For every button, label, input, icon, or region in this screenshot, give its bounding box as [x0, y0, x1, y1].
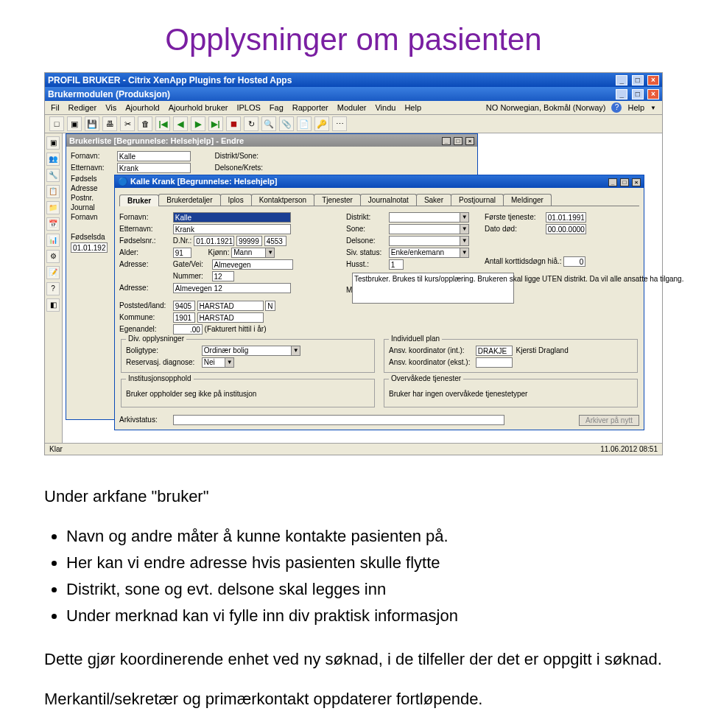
fld-husst[interactable]: 1	[389, 259, 404, 270]
fld-arkivstatus[interactable]	[173, 415, 504, 425]
tool-delete-icon[interactable]: 🗑	[138, 116, 152, 131]
tool-open-icon[interactable]: ▣	[67, 116, 82, 131]
side-tool-8[interactable]: ⚙	[46, 250, 60, 263]
fld-forste-tjeneste[interactable]: 01.01.1991	[546, 212, 586, 223]
fld-fornavn[interactable]: Kalle	[173, 212, 291, 223]
menu-fag[interactable]: Fag	[270, 103, 284, 112]
tool-new-icon[interactable]: □	[49, 116, 64, 131]
tool-first-icon[interactable]: |◀	[155, 116, 170, 131]
dd-delsone[interactable]: ▼	[389, 236, 469, 246]
menu-moduler[interactable]: Moduler	[337, 103, 367, 112]
side-tool-3[interactable]: 🔧	[46, 169, 60, 182]
fld-dato-dod[interactable]: 00.00.0000	[546, 224, 586, 234]
list-etternavn[interactable]: Krank	[117, 163, 191, 173]
fld-postland[interactable]: N	[265, 301, 275, 311]
fld-koord-int-code[interactable]: DRAKJE	[476, 346, 513, 356]
tab-kontaktperson[interactable]: Kontaktperson	[251, 194, 315, 206]
side-tool-5[interactable]: 📁	[46, 201, 60, 214]
menu-help[interactable]: Help	[404, 103, 421, 112]
dd-reservasj[interactable]: Nei▼	[202, 357, 234, 368]
menubar: Fil Rediger Vis Ajourhold Ajourhold bruk…	[45, 101, 662, 115]
app-close-button[interactable]: ×	[647, 89, 659, 99]
tool-cut-icon[interactable]: ✂	[120, 116, 135, 131]
app-maximize-button[interactable]: □	[632, 89, 644, 99]
menu-ajourhold-bruker[interactable]: Ajourhold bruker	[169, 103, 228, 112]
detail-max[interactable]: □	[620, 178, 629, 186]
tab-iplos[interactable]: Iplos	[220, 194, 252, 206]
fld-poststed[interactable]: HARSTAD	[197, 301, 264, 311]
fld-dnr1[interactable]: 99999	[236, 236, 262, 246]
menu-rediger[interactable]: Rediger	[68, 103, 97, 112]
help-label[interactable]: Help	[627, 103, 644, 112]
fld-adresse[interactable]: Almevegen 12	[173, 283, 291, 293]
detail-close[interactable]: ×	[632, 178, 641, 186]
menu-fil[interactable]: Fil	[51, 103, 60, 112]
dd-distrikt[interactable]: ▼	[389, 212, 469, 223]
fld-kommunenavn[interactable]: HARSTAD	[197, 312, 264, 323]
help-dropdown-arrow[interactable]: ▼	[650, 105, 656, 111]
tool-prev-icon[interactable]: ◀	[173, 116, 188, 131]
fld-nummer[interactable]: 12	[212, 271, 234, 281]
list-fornavn[interactable]: Kalle	[117, 151, 191, 161]
fld-egenandel[interactable]: .00	[173, 324, 203, 335]
tab-brukerdetaljer[interactable]: Brukerdetaljer	[158, 194, 220, 206]
minimize-button[interactable]: _	[616, 75, 627, 85]
tool-refresh-icon[interactable]: ↻	[244, 116, 258, 131]
close-button[interactable]: ×	[647, 75, 659, 85]
dd-boligtype[interactable]: Ordinær bolig▼	[202, 346, 300, 356]
tool-search-icon[interactable]: 🔍	[261, 116, 276, 131]
side-tool-2[interactable]: 👥	[46, 153, 60, 166]
tab-tjenester[interactable]: Tjenester	[314, 194, 361, 206]
tab-postjournal[interactable]: Postjournal	[451, 194, 504, 206]
tool-key-icon[interactable]: 🔑	[314, 116, 329, 131]
side-tool-10[interactable]: ◧	[46, 298, 60, 312]
menu-vis[interactable]: Vis	[105, 103, 116, 112]
tool-misc-icon[interactable]: ⋯	[332, 116, 347, 131]
tool-save-icon[interactable]: 💾	[85, 116, 99, 131]
dd-sivstatus[interactable]: Enke/enkemann▼	[389, 248, 469, 258]
side-tool-6[interactable]: 📅	[46, 217, 60, 231]
brukerliste-min[interactable]: _	[442, 137, 451, 145]
side-tool-9[interactable]: 📝	[46, 266, 60, 279]
fld-fodselsnr[interactable]: 01.01.1921	[194, 236, 234, 246]
tool-attach-icon[interactable]: 📎	[279, 116, 294, 131]
fld-alder[interactable]: 91	[173, 248, 191, 258]
app-minimize-button[interactable]: _	[616, 89, 627, 99]
fld-etternavn[interactable]: Krank	[173, 224, 291, 234]
side-tool-4[interactable]: 📋	[46, 185, 60, 198]
fld-merknad[interactable]: Testbruker. Brukes til kurs/opplæring. B…	[352, 273, 514, 304]
side-tool-help[interactable]: ?	[46, 282, 60, 295]
help-icon[interactable]: ?	[611, 102, 622, 113]
legend-overv: Overvåkede tjenester	[389, 374, 463, 382]
fld-koord-ekst-code[interactable]	[476, 357, 513, 368]
tab-saker[interactable]: Saker	[416, 194, 451, 206]
tool-print-icon[interactable]: 🖶	[102, 116, 117, 131]
tool-note-icon[interactable]: 📄	[297, 116, 312, 131]
dd-sone[interactable]: ▼	[389, 224, 469, 234]
brukerliste-max[interactable]: □	[454, 137, 462, 145]
menu-iplos[interactable]: IPLOS	[236, 103, 260, 112]
tab-bruker[interactable]: Bruker	[119, 195, 159, 206]
tool-next-icon[interactable]: ▶	[191, 116, 205, 131]
dd-kjonn[interactable]: Mann▼	[231, 248, 275, 258]
fld-dnr2[interactable]: 4553	[264, 236, 286, 246]
window-controls: _ □ ×	[614, 74, 659, 85]
tab-journalnotat[interactable]: Journalnotat	[360, 194, 417, 206]
brukerliste-close[interactable]: ×	[465, 137, 474, 145]
btn-arkiver[interactable]: Arkiver på nytt	[579, 415, 639, 426]
tab-meldinger[interactable]: Meldinger	[503, 194, 552, 206]
fld-antall-kort[interactable]: 0	[563, 256, 585, 267]
menu-rapporter[interactable]: Rapporter	[292, 103, 328, 112]
fld-gate[interactable]: Almevegen	[212, 259, 293, 270]
fld-kommunenr[interactable]: 1901	[173, 312, 195, 323]
menu-vindu[interactable]: Vindu	[375, 103, 395, 112]
tool-stop-icon[interactable]: ⏹	[226, 116, 241, 131]
menu-ajourhold[interactable]: Ajourhold	[125, 103, 159, 112]
maximize-button[interactable]: □	[632, 75, 644, 85]
side-tool-1[interactable]: ▣	[46, 136, 60, 150]
list-date[interactable]: 01.01.192	[71, 242, 108, 253]
detail-min[interactable]: _	[608, 178, 617, 186]
tool-last-icon[interactable]: ▶|	[208, 116, 223, 131]
side-tool-7[interactable]: 📊	[46, 234, 60, 247]
fld-postnr[interactable]: 9405	[173, 301, 195, 311]
